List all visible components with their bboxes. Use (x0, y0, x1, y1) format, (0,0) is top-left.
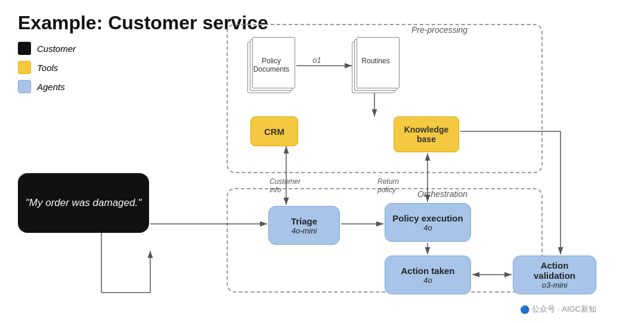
legend-agents-icon (18, 80, 31, 93)
triage-model: 4o-mini (292, 226, 317, 235)
action-validation-box: Action validation o3-mini (513, 256, 596, 294)
watermark: 🔵 公众号 · AIGC新知 (520, 304, 596, 315)
return-policy-label: Return policy (377, 177, 399, 194)
knowledge-base-label: Knowledge base (404, 125, 449, 144)
legend-customer: Customer (18, 42, 76, 55)
routines-label: Routines (352, 57, 400, 65)
orchestration-label: Orchestration (417, 189, 467, 199)
legend-agents: Agents (18, 80, 76, 93)
customer-message-text: "My order was damaged." (26, 197, 141, 209)
policy-execution-model: 4o (423, 223, 432, 232)
policy-documents-label: Policy Documents (247, 57, 295, 73)
preprocessing-label: Pre-processing (411, 25, 467, 35)
action-validation-name: Action validation (521, 260, 589, 281)
action-taken-name: Action taken (401, 266, 454, 276)
action-taken-box: Action taken 4o (385, 256, 471, 294)
crm-box: CRM (250, 116, 298, 146)
legend-agents-label: Agents (37, 82, 65, 92)
watermark-text: 公众号 · AIGC新知 (532, 304, 596, 315)
policy-execution-name: Policy execution (392, 213, 463, 223)
legend: Customer Tools Agents (18, 42, 76, 93)
legend-tools-label: Tools (37, 63, 58, 73)
crm-label: CRM (264, 127, 284, 137)
watermark-icon: 🔵 (520, 305, 530, 314)
main-container: Example: Customer service Customer Tools… (0, 0, 644, 323)
legend-customer-icon (18, 42, 31, 55)
customer-info-label: Customer info (270, 177, 301, 194)
action-taken-model: 4o (423, 276, 432, 285)
legend-customer-label: Customer (37, 44, 76, 54)
legend-tools-icon (18, 61, 31, 74)
policy-execution-box: Policy execution 4o (385, 203, 471, 242)
triage-box: Triage 4o-mini (268, 206, 340, 245)
knowledge-base-box: Knowledge base (394, 116, 459, 152)
triage-name: Triage (291, 216, 317, 226)
action-validation-model: o3-mini (542, 281, 568, 290)
customer-message-box: "My order was damaged." (18, 173, 149, 233)
legend-tools: Tools (18, 61, 76, 74)
